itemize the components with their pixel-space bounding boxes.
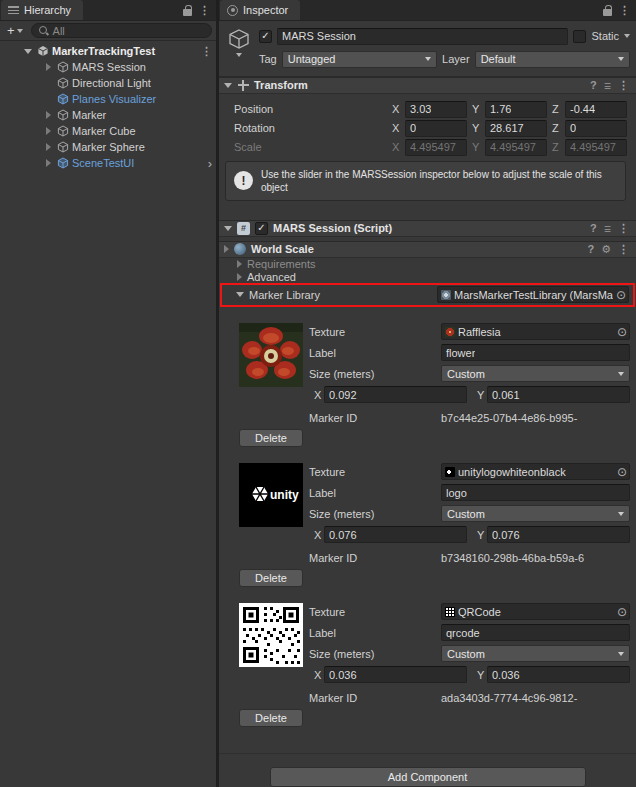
- tree-item-marker-cube[interactable]: Marker Cube: [0, 123, 216, 139]
- marker-entry-qrcode: Texture QRCode Label qrcode Size (meters…: [239, 603, 630, 727]
- scene-row[interactable]: MarkerTrackingTest: [0, 43, 216, 59]
- transform-header[interactable]: Transform: [219, 77, 636, 94]
- label-field[interactable]: qrcode: [441, 624, 630, 641]
- foldout-closed-icon[interactable]: [46, 111, 51, 119]
- foldout-open-icon[interactable]: [224, 83, 232, 88]
- tab-inspector[interactable]: Inspector: [220, 0, 300, 20]
- foldout-open-icon[interactable]: [224, 226, 232, 231]
- texture-object-field[interactable]: unitylogowhiteonblack: [441, 463, 630, 480]
- add-component-button[interactable]: Add Component: [270, 767, 586, 787]
- rotation-row: Rotation X0 Y28.617 Z0: [219, 119, 632, 138]
- hierarchy-icon: [8, 6, 19, 15]
- position-x-field[interactable]: 3.03: [405, 101, 467, 118]
- label-field[interactable]: logo: [441, 484, 630, 501]
- size-mode-dropdown[interactable]: Custom: [441, 645, 630, 662]
- label-field[interactable]: flower: [441, 344, 630, 361]
- position-z-field[interactable]: -0.44: [565, 101, 627, 118]
- plus-icon: [7, 24, 15, 37]
- size-y-field[interactable]: 0.036: [487, 666, 630, 683]
- world-scale-header[interactable]: World Scale: [219, 241, 636, 258]
- hierarchy-toolbar: All: [0, 21, 216, 41]
- marker-library-row[interactable]: Marker Library MarsMarkerTestLibrary (Ma…: [222, 286, 629, 304]
- object-picker-icon[interactable]: [617, 466, 627, 478]
- marker-library-highlight: Marker Library MarsMarkerTestLibrary (Ma…: [220, 283, 635, 307]
- size-x-field[interactable]: 0.092: [324, 386, 467, 403]
- texture-mini-icon: [445, 607, 455, 617]
- size-y-field[interactable]: 0.076: [487, 526, 630, 543]
- delete-button[interactable]: Delete: [239, 569, 303, 587]
- tab-hierarchy[interactable]: Hierarchy: [1, 0, 83, 20]
- delete-button[interactable]: Delete: [239, 429, 303, 447]
- advanced-foldout[interactable]: Advanced: [219, 270, 636, 283]
- size-mode-dropdown[interactable]: Custom: [441, 505, 630, 522]
- size-y-field[interactable]: 0.061: [487, 386, 630, 403]
- help-icon[interactable]: [590, 222, 597, 234]
- rotation-y-field[interactable]: 28.617: [485, 120, 547, 137]
- object-picker-icon[interactable]: [616, 289, 626, 301]
- gear-icon[interactable]: [601, 243, 611, 256]
- tag-dropdown[interactable]: Untagged: [282, 51, 437, 68]
- layer-label: Layer: [442, 53, 470, 65]
- kebab-menu-icon[interactable]: [619, 4, 630, 17]
- foldout-closed-icon[interactable]: [46, 143, 51, 151]
- kebab-menu-icon[interactable]: [618, 222, 629, 235]
- hierarchy-tabbar: Hierarchy: [0, 0, 216, 21]
- script-component-title: MARS Session (Script): [273, 222, 392, 234]
- tree-item-mars-session[interactable]: MARS Session: [0, 59, 216, 75]
- tree-item-label: MARS Session: [72, 61, 146, 73]
- preset-icon[interactable]: [604, 222, 611, 234]
- static-label: Static: [591, 30, 619, 42]
- gameobject-icon: [57, 109, 69, 121]
- object-picker-icon[interactable]: [617, 606, 627, 618]
- rotation-z-field[interactable]: 0: [565, 120, 627, 137]
- gameobject-name-field[interactable]: MARS Session: [277, 28, 568, 45]
- layer-dropdown[interactable]: Default: [475, 51, 630, 68]
- tree-item-directional-light[interactable]: Directional Light: [0, 75, 216, 91]
- preset-icon[interactable]: [604, 79, 611, 91]
- static-dropdown-icon[interactable]: [624, 34, 630, 38]
- delete-button[interactable]: Delete: [239, 709, 303, 727]
- foldout-closed-icon[interactable]: [46, 159, 51, 167]
- component-enabled-checkbox[interactable]: [255, 222, 268, 235]
- size-xy-row: X 0.036 Y 0.036: [309, 666, 630, 684]
- size-x-field[interactable]: 0.036: [324, 666, 467, 683]
- tree-item-marker[interactable]: Marker: [0, 107, 216, 123]
- active-checkbox[interactable]: [259, 30, 272, 43]
- foldout-closed-icon[interactable]: [46, 63, 51, 71]
- mars-session-script-header[interactable]: MARS Session (Script): [219, 220, 636, 237]
- marker-library-object-field[interactable]: MarsMarkerTestLibrary (MarsMarkerl: [437, 286, 629, 303]
- foldout-closed-icon[interactable]: [224, 245, 229, 253]
- chevron-down-icon: [618, 652, 624, 656]
- foldout-closed-icon[interactable]: [46, 127, 51, 135]
- world-scale-title: World Scale: [251, 243, 314, 255]
- help-icon[interactable]: [587, 243, 594, 255]
- kebab-menu-icon[interactable]: [618, 79, 629, 92]
- lock-icon[interactable]: [183, 5, 192, 16]
- lock-icon[interactable]: [603, 5, 612, 16]
- position-y-field[interactable]: 1.76: [485, 101, 547, 118]
- create-object-button[interactable]: [4, 23, 26, 38]
- size-mode-dropdown[interactable]: Custom: [441, 365, 630, 382]
- hierarchy-search-input[interactable]: All: [31, 23, 212, 38]
- kebab-menu-icon[interactable]: [199, 4, 210, 17]
- texture-object-field[interactable]: Rafflesia: [441, 323, 630, 340]
- size-x-field[interactable]: 0.076: [324, 526, 467, 543]
- marker-id-row: Marker ID b7c44e25-07b4-4e86-b995-: [309, 411, 630, 425]
- tree-item-marker-sphere[interactable]: Marker Sphere: [0, 139, 216, 155]
- rotation-x-field[interactable]: 0: [405, 120, 467, 137]
- svg-text:unity: unity: [270, 487, 299, 501]
- texture-row: Texture QRCode: [309, 603, 630, 621]
- scene-kebab-icon[interactable]: [201, 45, 212, 58]
- texture-object-field[interactable]: QRCode: [441, 603, 630, 620]
- tree-item-planes-visualizer[interactable]: Planes Visualizer: [0, 91, 216, 107]
- tree-item-scenetestui[interactable]: SceneTestUI: [0, 155, 216, 171]
- icon-chevron-down[interactable]: [236, 53, 242, 57]
- foldout-open-icon[interactable]: [24, 49, 32, 54]
- kebab-menu-icon[interactable]: [618, 243, 629, 256]
- requirements-foldout[interactable]: Requirements: [219, 258, 636, 271]
- help-icon[interactable]: [590, 79, 597, 91]
- foldout-open-icon[interactable]: [236, 292, 244, 297]
- prefab-open-chevron-icon[interactable]: [208, 157, 212, 170]
- object-picker-icon[interactable]: [617, 326, 627, 338]
- static-checkbox[interactable]: [573, 30, 586, 43]
